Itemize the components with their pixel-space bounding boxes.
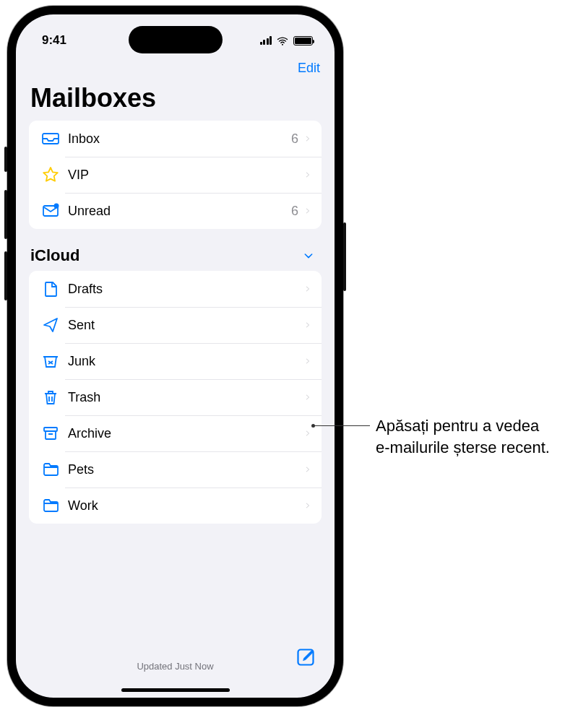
mailbox-item-trash[interactable]: Trash	[29, 379, 322, 415]
mailbox-label: Trash	[68, 390, 304, 405]
callout-text: Apăsați pentru a vedea e‑mailurile șters…	[376, 415, 556, 458]
mailbox-item-unread[interactable]: Unread6	[29, 193, 322, 229]
side-button	[343, 222, 346, 291]
volume-down	[4, 251, 7, 300]
mailbox-item-work[interactable]: Work	[29, 488, 322, 524]
inbox-icon	[40, 130, 61, 147]
chevron-right-icon	[304, 428, 311, 438]
phone-frame: 9:41 Edit Mailboxes Inbox6VIPUnread6 iCl…	[7, 6, 343, 706]
mailbox-item-sent[interactable]: Sent	[29, 307, 322, 343]
folder-icon	[40, 461, 61, 478]
favorites-group: Inbox6VIPUnread6	[29, 121, 322, 229]
mailbox-item-inbox[interactable]: Inbox6	[29, 121, 322, 157]
wifi-icon	[276, 36, 289, 46]
status-time: 9:41	[42, 33, 66, 48]
chevron-right-icon	[304, 392, 311, 402]
mailbox-label: Junk	[68, 354, 304, 369]
mailbox-label: Inbox	[68, 131, 291, 147]
mailbox-label: Unread	[68, 204, 291, 219]
page-title: Mailboxes	[16, 80, 335, 121]
mailbox-count: 6	[291, 204, 298, 219]
mailbox-label: Drafts	[68, 282, 304, 297]
ringer-switch	[4, 147, 7, 172]
compose-icon	[296, 647, 316, 667]
mailbox-item-archive[interactable]: Archive	[29, 415, 322, 451]
icloud-section-title: iCloud	[30, 246, 79, 265]
mailbox-item-junk[interactable]: Junk	[29, 343, 322, 379]
folder-icon	[40, 497, 61, 514]
chevron-right-icon	[304, 320, 311, 330]
home-indicator	[121, 688, 230, 692]
chevron-right-icon	[304, 284, 311, 294]
chevron-right-icon	[304, 170, 311, 180]
mailbox-label: Archive	[68, 426, 304, 441]
callout-leader-line	[312, 425, 370, 426]
chevron-right-icon	[304, 500, 311, 511]
mailbox-label: VIP	[68, 168, 304, 183]
status-indicators	[260, 36, 314, 46]
icloud-group: DraftsSentJunkTrashArchivePetsWork	[29, 271, 322, 524]
chevron-right-icon	[304, 356, 311, 366]
mailbox-label: Work	[68, 498, 304, 514]
nav-bar: Edit	[16, 53, 335, 80]
chevron-right-icon	[304, 206, 311, 216]
screen: 9:41 Edit Mailboxes Inbox6VIPUnread6 iCl…	[16, 14, 335, 698]
trash-icon	[40, 389, 61, 406]
junk-icon	[40, 352, 61, 370]
mailbox-item-pets[interactable]: Pets	[29, 451, 322, 488]
callout: Apăsați pentru a vedea e‑mailurile șters…	[312, 415, 556, 458]
mailbox-label: Pets	[68, 462, 304, 477]
archive-icon	[40, 425, 61, 442]
chevron-down-icon	[303, 250, 314, 261]
compose-button[interactable]	[296, 647, 316, 667]
battery-icon	[293, 36, 313, 46]
mailbox-label: Sent	[68, 318, 304, 333]
dynamic-island	[129, 26, 223, 53]
volume-up	[4, 190, 7, 239]
star-icon	[40, 166, 61, 183]
mailbox-item-drafts[interactable]: Drafts	[29, 271, 322, 307]
chevron-right-icon	[304, 464, 311, 474]
chevron-right-icon	[304, 134, 311, 144]
mailbox-count: 6	[291, 131, 298, 147]
edit-button[interactable]: Edit	[298, 61, 320, 76]
draft-icon	[40, 280, 61, 298]
icloud-section-header[interactable]: iCloud	[16, 242, 335, 271]
cellular-signal-icon	[260, 36, 272, 45]
update-status: Updated Just Now	[137, 661, 213, 672]
sent-icon	[40, 316, 61, 334]
unread-icon	[40, 202, 61, 220]
mailbox-item-vip[interactable]: VIP	[29, 157, 322, 193]
